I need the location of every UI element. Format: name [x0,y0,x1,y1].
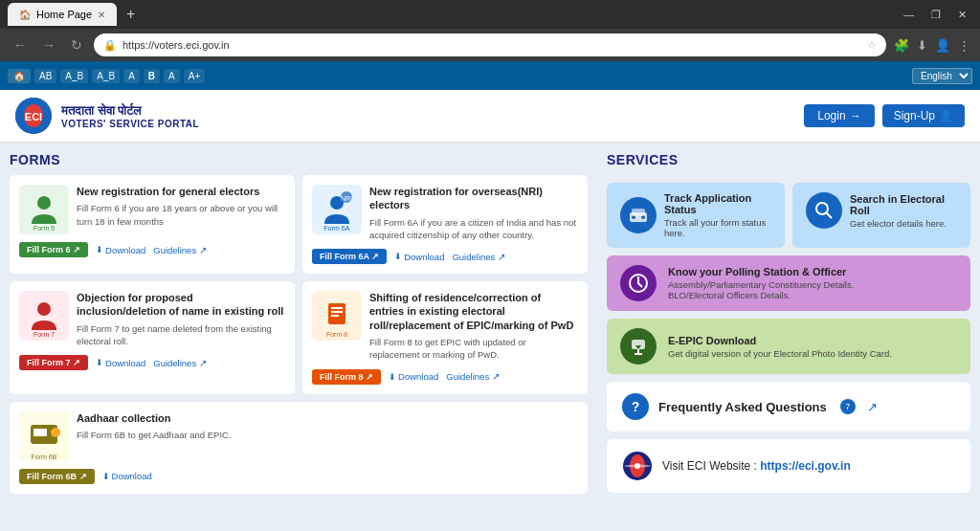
login-button[interactable]: Login → [804,104,874,127]
svg-point-23 [51,428,60,437]
download-form8-link[interactable]: ⬇ Download [389,371,438,382]
download-icon: ⬇ [394,252,402,261]
svg-point-4 [37,196,51,210]
faq-card[interactable]: ? Frequently Asked Questions 7 ↗ [607,382,970,431]
tab-add-button[interactable]: + [126,7,135,22]
fill-form7-button[interactable]: Fill Form 7 ↗ [19,355,88,370]
service-card-track[interactable]: Track Application Status Track all your … [607,183,785,248]
form-card-form6a: NRI Form 6A New registration for oversea… [302,175,588,274]
font-ab2-button[interactable]: A_B [60,69,88,83]
tab-close-icon[interactable]: ✕ [98,10,105,20]
form7-actions: Fill Form 7 ↗ ⬇ Download Guidelines ↗ [19,355,285,370]
search-desc: Get elector details here. [850,218,957,229]
eci-label: Visit ECI Website : [662,459,760,473]
signup-label: Sign-Up [894,109,935,122]
guidelines-form6-link[interactable]: Guidelines ↗ [153,245,207,255]
form-card-form8: Form 8 Shifting of residence/correction … [302,281,588,393]
search-info: Search in Electoral Roll Get elector det… [850,193,957,229]
form7-content: Objection for proposed inclusion/deletio… [77,291,285,347]
download-icon: ⬇ [102,472,110,481]
home-toolbar-button[interactable]: 🏠 [8,69,31,83]
main-content: FORMS Form 6 New registration for genera [0,143,980,531]
svg-point-38 [635,463,640,469]
header-logo: ECI मतदाता सेवा पोर्टल VOTERS' SERVICE P… [15,98,199,134]
service-card-polling[interactable]: Know your Polling Station & Officer Asse… [607,255,970,311]
minimize-button[interactable]: — [898,7,920,22]
language-select[interactable]: English हिन्दी [912,68,972,84]
font-a-button[interactable]: A [123,69,140,83]
svg-rect-28 [632,209,645,216]
bookmark-icon[interactable]: ☆ [867,39,877,52]
form7-title: Objection for proposed inclusion/deletio… [77,291,285,319]
eci-link[interactable]: https://eci.gov.in [760,459,850,473]
refresh-button[interactable]: ↻ [67,35,86,55]
fill-form8-button[interactable]: Fill Form 8 ↗ [312,369,381,385]
guidelines-form6a-link[interactable]: Guidelines ↗ [452,252,505,262]
eci-logo-icon [622,451,653,481]
service-card-search[interactable]: Search in Electoral Roll Get elector det… [792,183,970,248]
logo-english: VOTERS' SERVICE PORTAL [61,119,199,129]
font-aplus-button[interactable]: A+ [184,69,206,83]
guidelines-form8-link[interactable]: Guidelines ↗ [446,371,500,382]
browser-chrome: 🏠 Home Page ✕ + — ❐ ✕ [0,0,980,29]
svg-rect-16 [331,307,343,309]
signup-button[interactable]: Sign-Up 👤 [882,104,965,127]
fill-form6-button[interactable]: Fill Form 6 ↗ [19,242,88,257]
form8-content: Shifting of residence/correction of entr… [369,291,578,361]
address-bar[interactable]: 🔒 https://voters.eci.gov.in ☆ [94,33,886,56]
font-a2-button[interactable]: A [164,69,180,83]
extensions-icon[interactable]: 🧩 [894,38,909,53]
svg-line-30 [826,212,832,218]
profile-icon[interactable]: 👤 [935,38,950,53]
download-form7-link[interactable]: ⬇ Download [96,358,145,368]
svg-text:Form 6: Form 6 [33,225,55,232]
close-button[interactable]: ✕ [952,7,972,23]
form8-icon: Form 8 [312,291,362,341]
download-form6b-link[interactable]: ⬇ Download [102,471,152,481]
fill-form6a-button[interactable]: Fill Form 6A ↗ [312,249,387,264]
font-ab-button[interactable]: AB [34,69,56,83]
form-card-form6: Form 6 New registration for general elec… [10,175,295,274]
settings-icon[interactable]: ⋮ [958,38,970,53]
faq-label: Frequently Asked Questions [658,400,827,414]
form7-icon: Form 7 [19,291,69,341]
font-b-button[interactable]: B [144,69,160,83]
download-icon: ⬇ [389,372,396,382]
browser-toolbar-icons: 🧩 ⬇ 👤 ⋮ [894,38,970,53]
epic-info: E-EPIC Download Get digital version of y… [668,335,892,359]
track-desc: Track all your form status here. [664,217,771,238]
download-form6a-link[interactable]: ⬇ Download [394,252,444,262]
guidelines-form7-link[interactable]: Guidelines ↗ [153,358,207,368]
form6-content: New registration for general electors Fi… [77,185,285,234]
logo-icon: ECI [15,98,52,134]
form6a-actions: Fill Form 6A ↗ ⬇ Download Guidelines ↗ [312,249,578,264]
form-card-form7: Form 7 Objection for proposed inclusion/… [10,281,295,393]
form6b-content: Aadhaar collection Fill Form 6B to get A… [77,411,232,461]
header: ECI मतदाता सेवा पोर्टल VOTERS' SERVICE P… [0,90,980,143]
eci-text: Visit ECI Website : https://eci.gov.in [662,459,851,473]
header-right: Login → Sign-Up 👤 [804,104,965,127]
form-card-form6b: Form 6B Aadhaar collection Fill Form 6B … [10,402,588,494]
forward-button[interactable]: → [38,35,59,55]
fill-form6b-button[interactable]: Fill Form 6B ↗ [19,469,95,484]
download-icon[interactable]: ⬇ [917,38,927,53]
eci-card: Visit ECI Website : https://eci.gov.in [607,439,970,493]
restore-button[interactable]: ❐ [925,7,947,23]
epic-title: E-EPIC Download [668,335,892,346]
browser-tab[interactable]: 🏠 Home Page ✕ [8,3,117,26]
faq-arrow-icon: ↗ [867,400,878,414]
svg-rect-17 [331,311,343,313]
login-arrow-icon: → [850,109,861,122]
download-form6-link[interactable]: ⬇ Download [96,245,145,255]
faq-badge: 7 [840,399,856,414]
polling-desc1: Assembly/Parliamentary Constituency Deta… [668,279,854,290]
back-button[interactable]: ← [10,35,31,55]
form6a-title: New registration for overseas(NRI) elect… [369,185,578,212]
service-card-epic[interactable]: E-EPIC Download Get digital version of y… [607,319,970,374]
svg-text:NRI: NRI [341,195,352,202]
svg-rect-15 [328,303,345,324]
search-icon [806,192,842,229]
font-ab3-button[interactable]: A_B [92,69,120,83]
form6b-icon: Form 6B [19,411,69,461]
forms-section-title: FORMS [10,152,588,167]
